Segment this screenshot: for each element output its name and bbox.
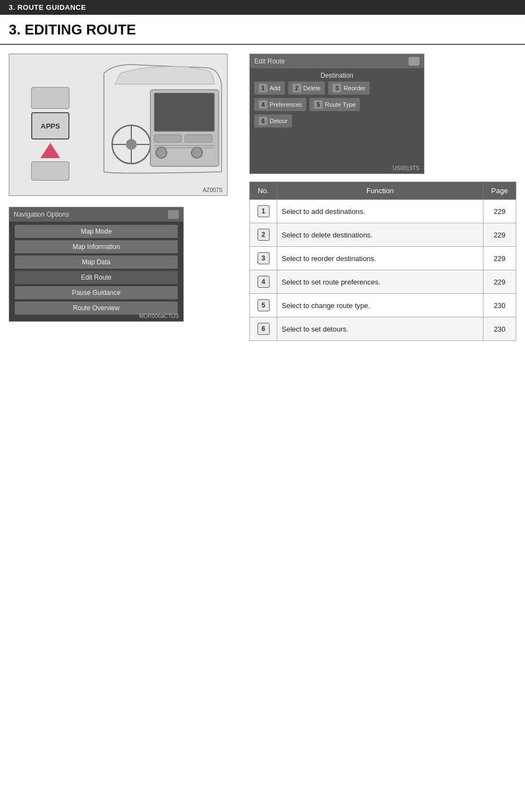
car-image-caption: AZ007S — [203, 187, 223, 193]
detour-btn-num: 6 — [259, 117, 267, 125]
svg-point-1 — [126, 139, 137, 150]
table-cell-function: Select to delete destinations. — [277, 223, 483, 247]
add-btn-num: 1 — [259, 84, 267, 92]
svg-point-10 — [156, 147, 167, 158]
table-cell-num: 3 — [250, 247, 277, 270]
num-badge: 1 — [258, 205, 270, 217]
preferences-btn-num: 4 — [259, 100, 267, 109]
table-cell-page: 229 — [483, 270, 516, 294]
content-area: APPS — [0, 54, 525, 341]
apps-button-group: APPS — [31, 87, 69, 181]
num-badge: 3 — [258, 252, 270, 264]
table-cell-page: 230 — [483, 294, 516, 317]
table-cell-page: 230 — [483, 317, 516, 341]
table-cell-function: Select to reorder destinations. — [277, 247, 483, 270]
dashboard-sketch — [98, 57, 224, 179]
right-column: Edit Route Destination 1 Add 2 Delete 3 … — [249, 54, 516, 341]
header-bar: 3. ROUTE GUIDANCE — [0, 0, 525, 15]
num-badge: 5 — [258, 299, 270, 311]
nav-menu-map-data[interactable]: Map Data — [15, 256, 178, 269]
preferences-btn[interactable]: 4 Preferences — [254, 98, 306, 111]
num-badge: 6 — [258, 323, 270, 335]
apps-btn-top — [31, 87, 69, 109]
reorder-btn-num: 3 — [332, 84, 341, 92]
svg-rect-8 — [154, 135, 182, 142]
section-title: 3. EDITING ROUTE — [0, 15, 525, 45]
table-row: 5Select to change route type.230 — [250, 294, 516, 317]
function-table: No. Function Page 1Select to add destina… — [249, 182, 516, 341]
nav-menu-map-information[interactable]: Map Information — [15, 240, 178, 253]
table-row: 6Select to set detours.230 — [250, 317, 516, 341]
table-cell-function: Select to add destinations. — [277, 200, 483, 223]
svg-point-11 — [191, 147, 202, 158]
apps-btn-bottom — [31, 161, 69, 181]
apps-btn-main: APPS — [31, 112, 69, 140]
edit-route-row-1: 1 Add 2 Delete 3 Reorder — [250, 82, 424, 98]
edit-route-title: Edit Route — [254, 57, 285, 65]
nav-options-menu: Map Mode Map Information Map Data Edit R… — [9, 222, 183, 318]
col-header-no: No. — [250, 182, 277, 200]
table-row: 2Select to delete destinations.229 — [250, 223, 516, 247]
add-btn[interactable]: 1 Add — [254, 82, 285, 95]
nav-options-box: Navigation Options Map Mode Map Informat… — [9, 207, 184, 322]
route-type-btn-num: 5 — [314, 100, 323, 109]
nav-options-header: Navigation Options — [9, 207, 183, 222]
edit-route-back-btn[interactable] — [409, 57, 419, 66]
svg-rect-9 — [185, 135, 212, 142]
table-cell-function: Select to change route type. — [277, 294, 483, 317]
reorder-btn[interactable]: 3 Reorder — [328, 82, 370, 95]
table-cell-function: Select to set detours. — [277, 317, 483, 341]
table-header-row: No. Function Page — [250, 182, 516, 200]
nav-options-back-btn[interactable] — [168, 210, 179, 219]
delete-btn-num: 2 — [293, 84, 301, 92]
table-cell-num: 2 — [250, 223, 277, 247]
edit-route-row-3: 6 Detour — [250, 114, 424, 131]
header-label: 3. ROUTE GUIDANCE — [9, 3, 86, 11]
table-cell-num: 1 — [250, 200, 277, 223]
table-row: 1Select to add destinations.229 — [250, 200, 516, 223]
table-cell-page: 229 — [483, 223, 516, 247]
edit-route-image-caption: US0019TS — [393, 165, 419, 171]
num-badge: 2 — [258, 229, 270, 241]
table-cell-page: 229 — [483, 200, 516, 223]
col-header-function: Function — [277, 182, 483, 200]
nav-image-caption: MOR006aCTUS — [139, 313, 179, 319]
table-cell-num: 4 — [250, 270, 277, 294]
car-image-inner: APPS — [9, 54, 227, 195]
nav-menu-edit-route[interactable]: Edit Route — [15, 271, 178, 284]
col-header-page: Page — [483, 182, 516, 200]
left-column: APPS — [9, 54, 238, 341]
edit-route-row-2: 4 Preferences 5 Route Type — [250, 98, 424, 114]
destination-label: Destination — [250, 68, 424, 82]
edit-route-box: Edit Route Destination 1 Add 2 Delete 3 … — [249, 54, 424, 174]
table-cell-num: 5 — [250, 294, 277, 317]
apps-arrow-icon — [40, 143, 60, 158]
svg-rect-7 — [154, 93, 214, 131]
detour-btn[interactable]: 6 Detour — [254, 114, 292, 127]
table-cell-function: Select to set route preferences. — [277, 270, 483, 294]
table-cell-page: 229 — [483, 247, 516, 270]
table-cell-num: 6 — [250, 317, 277, 341]
num-badge: 4 — [258, 276, 270, 288]
edit-route-header: Edit Route — [250, 54, 424, 68]
nav-menu-map-mode[interactable]: Map Mode — [15, 225, 178, 238]
table-row: 3Select to reorder destinations.229 — [250, 247, 516, 270]
car-image-box: APPS — [9, 54, 228, 196]
table-row: 4Select to set route preferences.229 — [250, 270, 516, 294]
route-type-btn[interactable]: 5 Route Type — [310, 98, 360, 111]
delete-btn[interactable]: 2 Delete — [288, 82, 325, 95]
nav-options-title: Navigation Options — [14, 211, 69, 218]
nav-menu-pause-guidance[interactable]: Pause Guidance — [15, 286, 178, 299]
